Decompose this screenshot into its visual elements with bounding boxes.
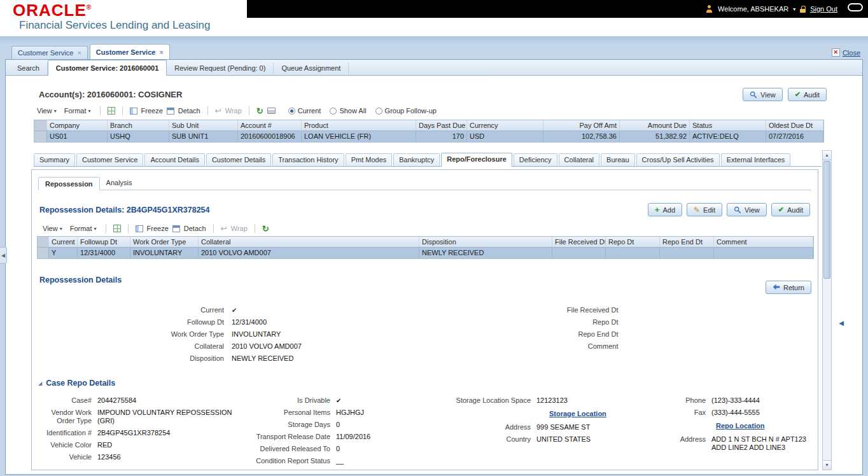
tab-summary[interactable]: Summary (34, 153, 75, 166)
sign-out-link[interactable]: Sign Out (810, 5, 837, 13)
column-header-product[interactable]: Product (302, 120, 416, 131)
tab-collateral[interactable]: Collateral (559, 153, 599, 166)
row-selector[interactable] (34, 131, 47, 142)
field-value (625, 330, 626, 339)
row-selector[interactable] (38, 248, 49, 258)
tab-customer-service-account[interactable]: Customer Service: 2016060001 (48, 60, 167, 76)
case-repo-details-header[interactable]: ◢ Case Repo Details (38, 379, 811, 388)
print-icon[interactable] (267, 108, 276, 114)
refresh-icon[interactable]: ↻ (262, 224, 269, 234)
column-header-repo-end-dt[interactable]: Repo End Dt (660, 237, 714, 248)
radio-show-all-control[interactable] (330, 108, 337, 115)
repo-audit-button[interactable]: ✔Audit (771, 203, 810, 216)
tab-account-details[interactable]: Account Details (144, 153, 204, 166)
caret-down-icon: ▾ (60, 226, 62, 232)
window-tab-customer-service-1[interactable]: Customer Service × (11, 46, 88, 60)
tab-close-icon[interactable]: × (159, 46, 163, 59)
repo-view-button[interactable]: View (727, 203, 767, 216)
freeze-label[interactable]: Freeze (141, 107, 163, 115)
account-audit-button[interactable]: ✔ Audit (788, 88, 827, 101)
cell-repo-dt (606, 248, 660, 258)
close-button[interactable]: ✕ Close (832, 48, 860, 57)
collapse-panel-icon[interactable]: ◀ (837, 316, 846, 330)
scroll-up-icon[interactable]: ▲ (823, 151, 831, 160)
account-view-button[interactable]: View (743, 88, 783, 101)
window-tab-customer-service-2[interactable]: Customer Service × (90, 44, 170, 60)
repossession-table-row[interactable]: Y 12/31/4000 INVOLUNTARY 2010 VOLVO AMD0… (38, 248, 813, 258)
welcome-text[interactable]: Welcome, ABSHEKAR (718, 5, 788, 13)
radio-group-followup[interactable]: Group Follow-up (375, 107, 437, 115)
radio-group-followup-control[interactable] (375, 108, 382, 115)
column-header-branch[interactable]: Branch (108, 120, 169, 131)
tab-repo-foreclosure[interactable]: Repo/Foreclosure (441, 153, 512, 167)
export-excel-icon[interactable] (108, 107, 115, 115)
tab-queue-assignment[interactable]: Queue Assignment (274, 62, 349, 75)
column-header-followup-dt[interactable]: Followup Dt (78, 237, 130, 248)
left-splitter-icon[interactable]: ◀ (0, 247, 7, 263)
column-header-file-received-dt[interactable]: File Received Dt (552, 237, 606, 248)
detach-label[interactable]: Detach (184, 225, 206, 232)
tab-search[interactable]: Search (10, 62, 48, 75)
scroll-down-icon[interactable]: ▼ (823, 460, 831, 470)
radio-show-all[interactable]: Show All (330, 107, 366, 115)
subtab-repossession[interactable]: Repossession (38, 177, 100, 190)
column-header-work-order-type[interactable]: Work Order Type (130, 237, 199, 248)
return-button-label: Return (783, 284, 804, 291)
tab-external-interfaces[interactable]: External Interfaces (721, 153, 791, 166)
detach-label[interactable]: Detach (178, 107, 200, 115)
column-header-sub-unit[interactable]: Sub Unit (169, 120, 238, 131)
tab-review-request[interactable]: Review Request (Pending: 0) (167, 62, 274, 75)
radio-current[interactable]: Current (288, 107, 321, 115)
freeze-icon[interactable] (130, 108, 137, 115)
tab-transaction-history[interactable]: Transaction History (272, 153, 344, 166)
view-menu[interactable]: View▾ (41, 223, 64, 234)
tab-deficiency[interactable]: Deficiency (514, 153, 557, 166)
tab-customer-service[interactable]: Customer Service (76, 153, 143, 166)
storage-location-header: Storage Location (549, 410, 657, 417)
tab-bankruptcy[interactable]: Bankruptcy (393, 153, 440, 166)
field-label: Transport Release Date (241, 433, 336, 441)
view-menu[interactable]: View▾ (35, 106, 59, 116)
column-header-company[interactable]: Company (47, 120, 108, 131)
welcome-caret-icon[interactable]: ▾ (793, 6, 795, 12)
field-label: Repo Dt (421, 318, 625, 326)
freeze-icon[interactable] (136, 225, 143, 232)
format-menu[interactable]: Format▾ (68, 223, 99, 234)
column-header-amount-due[interactable]: Amount Due (620, 120, 690, 131)
column-header-pay-off-amt[interactable]: Pay Off Amt (543, 120, 620, 131)
repossession-header: Repossession Details: 2B4GP45G1XR378254 … (39, 203, 810, 216)
column-header-comment[interactable]: Comment (714, 237, 813, 248)
export-excel-icon[interactable] (113, 225, 121, 232)
detach-icon[interactable] (172, 225, 180, 232)
column-header-days-past-due[interactable]: Days Past Due (416, 120, 467, 131)
column-header-disposition[interactable]: Disposition (419, 237, 552, 248)
column-header-oldest-due-dt[interactable]: Oldest Due Dt (766, 120, 823, 131)
tab-close-icon[interactable]: × (77, 46, 81, 60)
tab-bureau[interactable]: Bureau (601, 153, 634, 166)
column-header-current[interactable]: Current (49, 237, 78, 248)
freeze-label[interactable]: Freeze (147, 225, 169, 232)
refresh-icon[interactable]: ↻ (256, 106, 263, 116)
radio-current-control[interactable] (288, 108, 295, 115)
add-button[interactable]: +Add (648, 203, 682, 216)
detach-icon[interactable] (167, 108, 174, 115)
format-menu[interactable]: Format▾ (62, 106, 93, 116)
column-header-currency[interactable]: Currency (467, 120, 543, 131)
return-button[interactable]: Return (766, 281, 811, 294)
column-header-collateral[interactable]: Collateral (199, 237, 419, 248)
edit-button[interactable]: ✎Edit (687, 203, 722, 216)
column-header-repo-dt[interactable]: Repo Dt (606, 237, 660, 248)
vertical-scrollbar[interactable]: ▲ ▼ (822, 150, 832, 470)
subtab-analysis[interactable]: Analysis (100, 176, 139, 190)
column-header-status[interactable]: Status (690, 120, 766, 131)
disclosure-triangle-icon[interactable]: ◢ (38, 381, 42, 386)
tab-pmt-modes[interactable]: Pmt Modes (346, 153, 393, 166)
account-table-row[interactable]: US01 USHQ SUB UNIT1 20160600018906 LOAN … (34, 131, 823, 142)
field-value: (123)-333-4444 (711, 396, 760, 405)
scrollbar-thumb[interactable] (823, 161, 830, 279)
window-tab-bar: Customer Service × Customer Service × ✕ … (11, 44, 860, 60)
tab-customer-details[interactable]: Customer Details (206, 153, 271, 166)
field-current: Current✔ (32, 306, 421, 314)
column-header-account-number[interactable]: Account # (238, 120, 302, 131)
tab-cross-up-sell[interactable]: Cross/Up Sell Activities (636, 153, 720, 166)
